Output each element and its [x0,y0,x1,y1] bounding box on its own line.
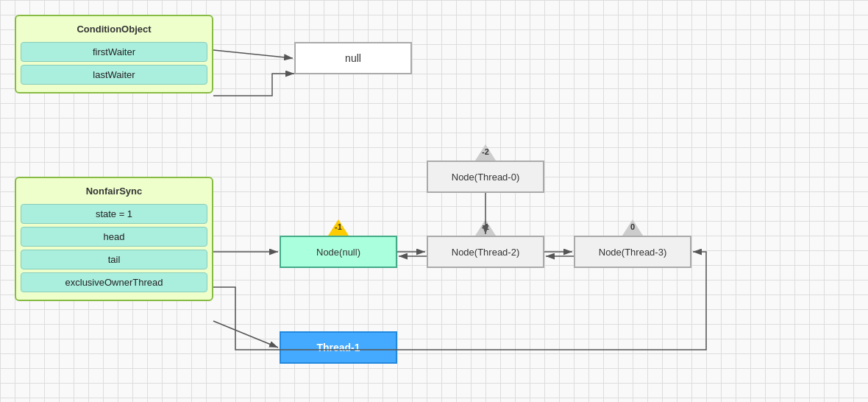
field-first-waiter: firstWaiter [21,42,207,62]
svg-line-4 [213,321,278,348]
nonfair-sync-box: NonfairSync state = 1 head tail exclusiv… [15,177,213,301]
condition-object-title: ConditionObject [21,21,207,39]
badge-node-thread0: -2 [475,144,496,156]
field-exclusive-owner: exclusiveOwnerThread [21,272,207,292]
field-last-waiter: lastWaiter [21,65,207,85]
diagram-canvas: ConditionObject firstWaiter lastWaiter N… [0,0,868,402]
node-thread0-box: Node(Thread-0) [427,161,544,193]
field-state: state = 1 [21,204,207,224]
badge-node-thread3: 0 [622,219,643,231]
field-head: head [21,227,207,247]
svg-line-2 [213,50,293,58]
badge-node-null: -1 [328,219,349,231]
badge-node-thread2: -1 [475,219,496,231]
node-null-box: Node(null) [280,236,397,268]
field-tail: tail [21,250,207,269]
condition-object-box: ConditionObject firstWaiter lastWaiter [15,15,213,94]
nonfair-sync-title: NonfairSync [21,183,207,201]
node-thread2-box: Node(Thread-2) [427,236,544,268]
node-thread3-box: Node(Thread-3) [574,236,691,268]
thread1-box: Thread-1 [280,331,397,364]
null-box: null [294,42,412,74]
